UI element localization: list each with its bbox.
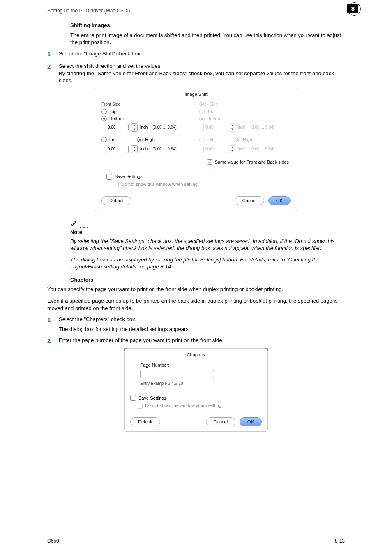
- image-shift-default-button[interactable]: Default: [101, 196, 131, 205]
- footer-model: C650: [47, 538, 59, 544]
- chapters-default-button[interactable]: Default: [130, 417, 160, 426]
- image-shift-save-settings-checkbox[interactable]: Save Settings: [106, 173, 291, 180]
- front-left-radio[interactable]: Left: [101, 136, 117, 143]
- note-heading: Note: [70, 229, 345, 236]
- chapters-step1a: Select the "Chapters" check box.: [59, 316, 345, 323]
- back-bottom-radio: Bottom: [199, 116, 291, 122]
- checkbox-icon: [207, 159, 212, 165]
- chapters-p2: Even if a specified page comes up to be …: [47, 297, 345, 312]
- stepper: ▲▼: [229, 145, 235, 153]
- radio-label: Right: [145, 136, 156, 143]
- radio-icon: [101, 116, 107, 121]
- page-number-label: Page Number:: [140, 362, 262, 368]
- back-left-radio: Left: [199, 136, 214, 143]
- page-header-title: Setting up the PPD driver (Mac OS X): [47, 7, 130, 14]
- radio-icon: [199, 116, 205, 121]
- chapters-save-settings-checkbox[interactable]: Save Settings: [130, 395, 262, 401]
- dialog-title: Chapters: [130, 352, 262, 358]
- chapters-heading: Chapters: [70, 276, 345, 284]
- chapters-dialog: Chapters Page Number: Entry Example 2,4,…: [124, 348, 268, 432]
- image-shift-cancel-button[interactable]: Cancel: [235, 196, 264, 205]
- shifting-step2b: By clearing the "Same value for Front an…: [59, 70, 345, 84]
- step-number: 1: [47, 50, 53, 58]
- front-right-radio[interactable]: Right: [137, 136, 156, 143]
- step-number: 2: [47, 62, 53, 84]
- shifting-step2a: Select the shift direction and set the v…: [59, 62, 345, 70]
- note-paragraph-2: The dialog box can be displayed by click…: [70, 256, 345, 271]
- checkbox-label: Same value for Front and Back sides: [215, 159, 289, 165]
- image-shift-no-show-checkbox: Do not show this window when setting: [113, 181, 291, 187]
- shifting-heading: Shifting images: [70, 22, 345, 29]
- chapter-badge: 8: [342, 4, 358, 13]
- stepper: ▲▼: [229, 123, 235, 132]
- chapters-step2: Enter the page number of the page you wa…: [59, 337, 345, 345]
- same-value-checkbox[interactable]: Same value for Front and Back sides: [207, 159, 289, 165]
- radio-label: Left: [207, 136, 214, 143]
- radio-icon: [199, 109, 205, 114]
- checkbox-icon: [113, 182, 119, 187]
- range-label: [0.00 ... 9.84]: [152, 125, 176, 130]
- radio-icon: [101, 109, 107, 114]
- front-horizontal-value[interactable]: 0.00: [106, 146, 129, 153]
- image-shift-ok-button[interactable]: OK: [268, 196, 291, 205]
- unit-label: inch: [140, 146, 148, 152]
- front-top-radio[interactable]: Top: [101, 109, 193, 115]
- checkbox-label: Save Settings: [115, 173, 143, 180]
- back-side-group: Back Side Top Bottom 0.00 ▲▼ inch [0.00 …: [199, 102, 291, 157]
- checkbox-icon: [130, 395, 136, 401]
- step-number: 1: [47, 316, 53, 333]
- step-number: 2: [47, 337, 53, 345]
- footer-page-number: 8-13: [335, 538, 345, 544]
- stepper[interactable]: ▲▼: [131, 145, 138, 153]
- radio-icon: [101, 137, 107, 142]
- shifting-intro: The entire print image of a document is …: [70, 32, 345, 46]
- chapter-badge-number: 8: [347, 4, 358, 13]
- unit-label: inch: [238, 146, 245, 152]
- chapters-cancel-button[interactable]: Cancel: [206, 417, 235, 426]
- chapters-ok-button[interactable]: OK: [240, 417, 262, 426]
- image-shift-dialog: Image Shift Front Side Top Bottom 0.00: [95, 88, 297, 211]
- range-label: [0.00 ... 9.84]: [250, 146, 274, 152]
- chapters-p1: You can specify the page you want to pri…: [47, 286, 345, 293]
- checkbox-label: Do not show this window when setting: [145, 402, 221, 409]
- unit-label: inch: [238, 125, 245, 130]
- back-right-radio: Right: [235, 136, 254, 143]
- header-rule: [47, 16, 345, 16]
- checkbox-label: Save Settings: [138, 395, 166, 401]
- stepper[interactable]: ▲▼: [131, 123, 138, 132]
- radio-label: Top: [109, 109, 117, 115]
- radio-label: Bottom: [109, 116, 124, 122]
- radio-label: Left: [109, 136, 117, 143]
- shifting-step1: Select the "Image Shift" check box.: [59, 50, 345, 58]
- front-side-label: Front Side: [101, 102, 193, 107]
- radio-label: Top: [207, 109, 214, 115]
- back-horizontal-value: 0.00: [203, 146, 226, 153]
- footer-rule: [47, 536, 345, 536]
- radio-icon: [199, 137, 205, 142]
- dialog-title: Image Shift: [101, 91, 291, 97]
- checkbox-icon: [106, 174, 112, 180]
- front-bottom-radio[interactable]: Bottom: [101, 116, 193, 122]
- chapters-step1b: The dialog box for setting the detailed …: [59, 326, 345, 333]
- range-label: [0.00 ... 9.84]: [152, 146, 176, 152]
- radio-label: Right: [243, 136, 254, 143]
- radio-label: Bottom: [207, 116, 221, 122]
- back-vertical-value: 0.00: [203, 124, 226, 131]
- chapters-no-show-checkbox: Do not show this window when setting: [137, 402, 262, 409]
- note-paragraph-1: By selecting the "Save Settings" check b…: [70, 238, 345, 252]
- page-number-input[interactable]: [140, 370, 214, 378]
- radio-icon: [235, 137, 240, 142]
- front-side-group: Front Side Top Bottom 0.00 ▲▼ inch [0.00…: [101, 102, 193, 157]
- back-side-label: Back Side: [199, 102, 291, 107]
- radio-icon: [137, 137, 143, 142]
- pencil-icon: [70, 220, 78, 227]
- front-vertical-value[interactable]: 0.00: [106, 124, 129, 131]
- range-label: [0.00 ... 9.84]: [250, 125, 274, 130]
- unit-label: inch: [140, 125, 148, 130]
- checkbox-label: Do not show this window when setting: [121, 181, 198, 187]
- checkbox-icon: [137, 403, 143, 409]
- note-icon: ...: [70, 220, 345, 227]
- back-top-radio: Top: [199, 109, 291, 115]
- entry-example: Entry Example 2,4,6-10: [140, 381, 262, 386]
